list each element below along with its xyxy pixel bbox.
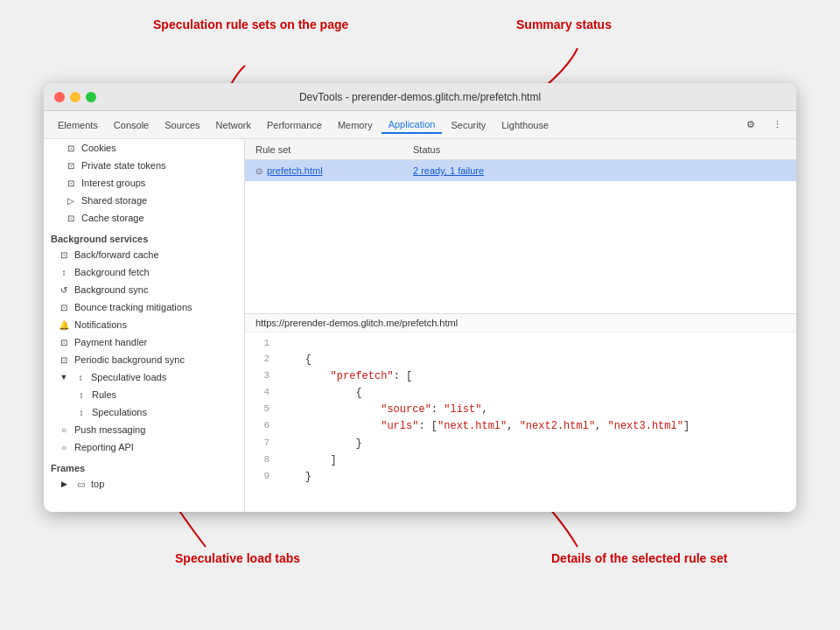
- browser-window: DevTools - prerender-demos.glitch.me/pre…: [44, 83, 796, 512]
- window-title: DevTools - prerender-demos.glitch.me/pre…: [299, 91, 541, 103]
- settings-button[interactable]: ⚙: [739, 116, 762, 133]
- sidebar-item-background-fetch[interactable]: ↕ Background fetch: [44, 263, 244, 281]
- code-line-8: 8 ]: [245, 452, 796, 469]
- shared-storage-icon: ▷: [65, 196, 77, 206]
- maximize-button[interactable]: [86, 92, 96, 102]
- sidebar-item-shared-storage[interactable]: ▷ Shared storage: [44, 192, 244, 209]
- sidebar-item-bounce-tracking[interactable]: ⊡ Bounce tracking mitigations: [44, 298, 244, 316]
- traffic-lights: [54, 92, 96, 102]
- line-content-5: "source": "list",: [280, 402, 488, 418]
- tab-application[interactable]: Application: [382, 116, 443, 134]
- line-num-3: 3: [245, 368, 280, 385]
- close-button[interactable]: [54, 92, 65, 102]
- expand-arrow-icon: ▼: [58, 373, 70, 382]
- background-services-header: Background services: [44, 227, 244, 246]
- line-content-7: }: [280, 436, 362, 452]
- title-bar: DevTools - prerender-demos.glitch.me/pre…: [44, 83, 796, 111]
- line-num-2: 2: [245, 352, 280, 368]
- line-content-2: {: [280, 352, 312, 368]
- sidebar-item-top-frame[interactable]: ▶ ▭ top: [44, 475, 244, 493]
- tab-lighthouse[interactable]: Lighthouse: [494, 117, 556, 133]
- annotation-summary-status: Summary status: [516, 18, 612, 32]
- code-line-6: 6 "urls": ["next.html", "next2.html", "n…: [245, 418, 796, 435]
- rule-set-link[interactable]: prefetch.html: [267, 165, 323, 176]
- line-content-9: }: [280, 469, 312, 486]
- sidebar-item-rules[interactable]: ↕ Rules: [44, 386, 244, 403]
- table-header: Rule set Status: [245, 139, 796, 160]
- line-num-6: 6: [245, 418, 280, 435]
- cookies-icon: ⊡: [65, 144, 77, 153]
- table-row[interactable]: ⊙ prefetch.html 2 ready, 1 failure: [245, 160, 796, 181]
- sidebar-item-speculations[interactable]: ↕ Speculations: [44, 403, 244, 421]
- minimize-button[interactable]: [70, 92, 80, 102]
- url-bar: https://prerender-demos.glitch.me/prefet…: [245, 314, 796, 332]
- background-sync-icon: ↺: [58, 285, 70, 295]
- code-line-9: 9 }: [245, 469, 796, 486]
- main-layout: ⊡ Cookies ⊡ Private state tokens ⊡ Inter…: [44, 139, 796, 512]
- sidebar-item-back-forward-cache[interactable]: ⊡ Back/forward cache: [44, 246, 244, 263]
- notifications-icon: 🔔: [58, 320, 70, 330]
- line-num-8: 8: [245, 452, 280, 469]
- annotation-speculative-load-tabs: Speculative load tabs: [175, 551, 300, 565]
- line-content-3: "prefetch": [: [280, 368, 412, 385]
- cell-rule-set: ⊙ prefetch.html: [256, 165, 413, 176]
- row-icon: ⊙: [256, 166, 262, 176]
- reporting-api-icon: ○: [58, 443, 70, 452]
- tab-console[interactable]: Console: [107, 117, 156, 133]
- table-area: Rule set Status ⊙ prefetch.html 2 ready,…: [245, 139, 796, 314]
- frame-expand-icon: ▶: [58, 480, 70, 488]
- tab-network[interactable]: Network: [209, 117, 258, 133]
- line-num-5: 5: [245, 402, 280, 418]
- annotation-details-selected-rule: Details of the selected rule set: [551, 551, 728, 565]
- sidebar-item-cookies[interactable]: ⊡ Cookies: [44, 139, 244, 157]
- line-content-6: "urls": ["next.html", "next2.html", "nex…: [280, 418, 690, 435]
- rules-icon: ↕: [75, 390, 88, 400]
- tab-security[interactable]: Security: [444, 117, 493, 133]
- frame-icon: ▭: [74, 480, 87, 489]
- push-messaging-icon: ○: [58, 425, 70, 435]
- background-fetch-icon: ↕: [58, 268, 70, 277]
- line-num-9: 9: [245, 469, 280, 486]
- more-button[interactable]: ⋮: [766, 116, 789, 133]
- sidebar-item-cache-storage[interactable]: ⊡ Cache storage: [44, 209, 244, 227]
- code-line-4: 4 {: [245, 385, 796, 402]
- private-state-icon: ⊡: [65, 161, 77, 171]
- frames-header: Frames: [44, 456, 244, 475]
- sidebar-item-periodic-background-sync[interactable]: ⊡ Periodic background sync: [44, 351, 244, 368]
- status-link[interactable]: 2 ready, 1 failure: [413, 165, 484, 176]
- interest-icon: ⊡: [65, 178, 77, 188]
- line-num-4: 4: [245, 385, 280, 402]
- line-content-8: ]: [280, 452, 337, 469]
- column-rule-set: Rule set: [256, 144, 413, 155]
- sidebar-item-interest-groups[interactable]: ⊡ Interest groups: [44, 174, 244, 192]
- content-area: Rule set Status ⊙ prefetch.html 2 ready,…: [245, 139, 796, 512]
- sidebar-item-speculative-loads[interactable]: ▼ ↕ Speculative loads: [44, 368, 244, 386]
- sidebar-item-notifications[interactable]: 🔔 Notifications: [44, 316, 244, 333]
- speculative-loads-icon: ↕: [74, 373, 87, 382]
- code-line-3: 3 "prefetch": [: [245, 368, 796, 385]
- tab-memory[interactable]: Memory: [331, 117, 380, 133]
- cache-storage-icon: ⊡: [65, 214, 77, 223]
- code-line-2: 2 {: [245, 352, 796, 368]
- payment-icon: ⊡: [58, 338, 70, 347]
- toolbar-icons: ⚙ ⋮: [739, 116, 789, 133]
- annotation-speculation-rule-sets: Speculation rule sets on the page: [153, 18, 348, 32]
- periodic-sync-icon: ⊡: [58, 355, 70, 365]
- tab-sources[interactable]: Sources: [158, 117, 206, 133]
- sidebar-item-background-sync[interactable]: ↺ Background sync: [44, 281, 244, 298]
- line-num-7: 7: [245, 436, 280, 452]
- speculations-icon: ↕: [75, 408, 88, 417]
- code-line-7: 7 }: [245, 436, 796, 452]
- toolbar: Elements Console Sources Network Perform…: [44, 111, 796, 139]
- bottom-panel: https://prerender-demos.glitch.me/prefet…: [245, 314, 796, 512]
- tab-elements[interactable]: Elements: [51, 117, 105, 133]
- tab-performance[interactable]: Performance: [260, 117, 329, 133]
- sidebar-item-push-messaging[interactable]: ○ Push messaging: [44, 421, 244, 438]
- code-line-5: 5 "source": "list",: [245, 402, 796, 418]
- sidebar-item-reporting-api[interactable]: ○ Reporting API: [44, 438, 244, 456]
- sidebar-item-private-state-tokens[interactable]: ⊡ Private state tokens: [44, 157, 244, 174]
- bounce-tracking-icon: ⊡: [58, 303, 70, 312]
- sidebar-item-payment-handler[interactable]: ⊡ Payment handler: [44, 333, 244, 351]
- sidebar: ⊡ Cookies ⊡ Private state tokens ⊡ Inter…: [44, 139, 245, 512]
- line-num-1: 1: [245, 336, 280, 352]
